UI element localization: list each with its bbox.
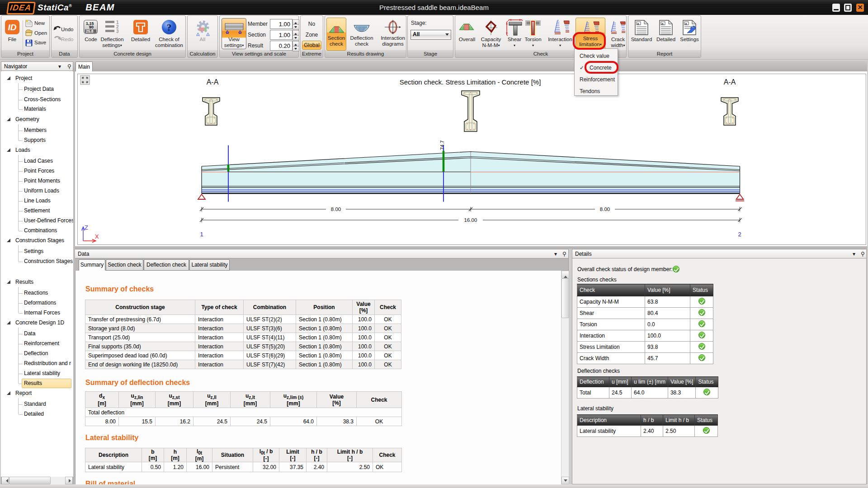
svg-text:a: a [637, 22, 639, 26]
svg-text:X: X [95, 233, 99, 240]
svg-text:?: ? [167, 22, 172, 33]
svg-text:8.00: 8.00 [331, 206, 341, 212]
svg-text:25.8: 25.8 [86, 29, 94, 33]
svg-text:8.00: 8.00 [600, 206, 610, 212]
svg-text:74.7: 74.7 [439, 141, 445, 150]
svg-text:A-A: A-A [207, 78, 219, 86]
svg-text:a: a [661, 22, 664, 26]
svg-text:3: 3 [116, 29, 119, 34]
svg-text:ID: ID [8, 23, 17, 32]
svg-text:Z: Z [85, 224, 88, 231]
svg-text:16.00: 16.00 [464, 217, 477, 223]
svg-text:a: a [685, 22, 687, 26]
svg-text:2: 2 [738, 231, 741, 238]
svg-text:A-A: A-A [724, 78, 736, 86]
svg-text:Section check. Stress Limitati: Section check. Stress Limitation - Concr… [400, 78, 541, 86]
svg-text:1: 1 [200, 231, 203, 238]
